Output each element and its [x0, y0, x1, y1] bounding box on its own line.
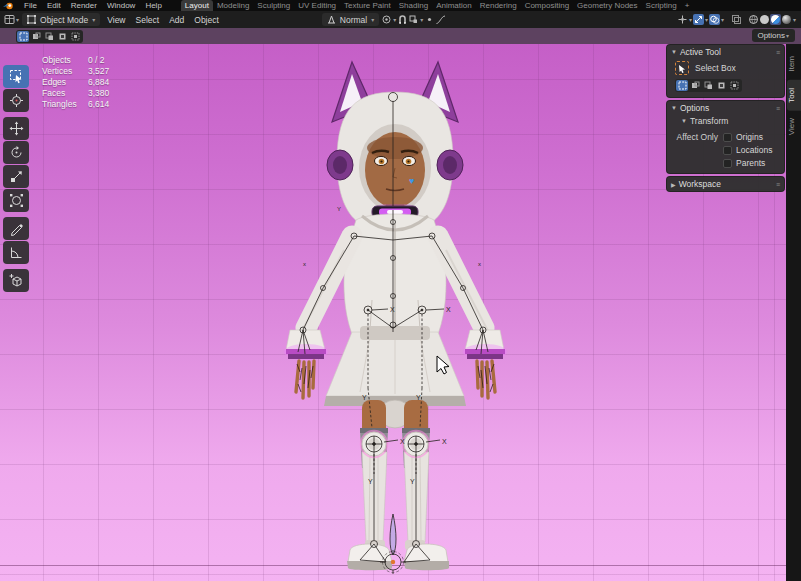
mode-selector[interactable]: Object Mode ▾ [22, 13, 100, 26]
affect-only-label: Affect Only [673, 132, 723, 171]
shading-rendered-icon[interactable] [781, 14, 792, 25]
viewport-header: ▾ Object Mode ▾ View Select Add Object N… [0, 11, 801, 28]
workspace-tab-animation[interactable]: Animation [432, 0, 476, 11]
active-tool-name: Select Box [695, 63, 736, 73]
panel-grip-icon[interactable]: ≡ [776, 181, 780, 188]
sidebar-tab-view[interactable]: View [787, 110, 801, 143]
workspace-tab-modeling[interactable]: Modeling [213, 0, 253, 11]
show-gizmo-icon[interactable] [693, 14, 704, 25]
topbar: File Edit Render Window Help Layout Mode… [0, 0, 801, 11]
transform-subpanel-header[interactable]: ▼ Transform [667, 115, 784, 128]
active-tool-panel-header[interactable]: ▼ Active Tool ≡ [667, 45, 784, 59]
menu-help[interactable]: Help [140, 1, 166, 10]
workspace-tab-uv-editing[interactable]: UV Editing [294, 0, 340, 11]
panel-grip-icon[interactable]: ≡ [776, 49, 780, 56]
collapse-chevron-icon: ▼ [671, 49, 677, 55]
orientation-chevron-icon: ▾ [371, 16, 374, 23]
menu-edit[interactable]: Edit [42, 1, 66, 10]
grid-horizon-line [0, 565, 786, 566]
mode-intersect-icon[interactable] [69, 31, 81, 42]
menu-select[interactable]: Select [131, 15, 165, 25]
workspace-tab-sculpting[interactable]: Sculpting [253, 0, 294, 11]
viewport-options-button[interactable]: Options ▾ [752, 29, 795, 42]
menu-add[interactable]: Add [164, 15, 189, 25]
blender-logo-icon[interactable] [3, 1, 16, 10]
tool-transform-button[interactable] [3, 189, 29, 212]
snap-target-icon[interactable] [408, 14, 419, 25]
stat-edges: Edges6,884 [42, 77, 109, 88]
menu-view[interactable]: View [102, 15, 130, 25]
mode-invert-icon[interactable] [56, 31, 68, 42]
menu-object[interactable]: Object [189, 15, 224, 25]
show-gizmo-chevron-icon[interactable]: ▾ [705, 16, 708, 23]
options-panel-header[interactable]: ▼ Options ≡ [667, 101, 784, 115]
editor-type-icon[interactable] [4, 14, 15, 25]
mode-subtract-icon[interactable] [43, 31, 55, 42]
active-tool-panel: ▼ Active Tool ≡ Select Box [666, 44, 785, 98]
workspace-tab-scripting[interactable]: Scripting [642, 0, 681, 11]
menu-window[interactable]: Window [102, 1, 140, 10]
show-overlays-chevron-icon[interactable]: ▾ [721, 16, 724, 23]
workspace-tab-layout[interactable]: Layout [181, 0, 213, 11]
workspace-panel-header[interactable]: ▶ Workspace ≡ [667, 177, 784, 191]
pivot-point-icon[interactable] [381, 14, 392, 25]
tool-move-button[interactable] [3, 117, 29, 140]
show-overlays-icon[interactable] [709, 14, 720, 25]
transform-subpanel-title: Transform [690, 116, 728, 126]
editor-type-chevron-icon[interactable]: ▾ [16, 16, 19, 23]
origins-checkbox[interactable] [723, 133, 732, 142]
mode-new-icon[interactable] [17, 31, 29, 42]
workspace-tab-compositing[interactable]: Compositing [521, 0, 573, 11]
pivot-chevron-icon[interactable]: ▾ [393, 16, 396, 23]
tool-scale-button[interactable] [3, 165, 29, 188]
locations-checkbox-row: Locations [723, 145, 772, 155]
mode-extend-icon[interactable] [30, 31, 42, 42]
proportional-editing-icon[interactable] [424, 14, 435, 25]
object-mode-icon [26, 14, 37, 25]
tool-annotate-button[interactable] [3, 217, 29, 240]
shading-wireframe-icon[interactable] [748, 14, 759, 25]
mode-subtract-icon[interactable] [702, 80, 714, 91]
orientation-label: Normal [340, 15, 367, 25]
mode-invert-icon[interactable] [715, 80, 727, 91]
proportional-falloff-icon[interactable] [435, 14, 446, 25]
add-workspace-button[interactable]: + [681, 1, 694, 10]
tool-measure-button[interactable] [3, 241, 29, 264]
mode-chevron-icon: ▾ [92, 16, 95, 23]
locations-checkbox[interactable] [723, 146, 732, 155]
stat-faces: Faces3,380 [42, 88, 109, 99]
mode-extend-icon[interactable] [689, 80, 701, 91]
workspace-tab-texture-paint[interactable]: Texture Paint [340, 0, 395, 11]
tool-cursor-button[interactable] [3, 89, 29, 112]
mode-new-icon[interactable] [676, 80, 688, 91]
toolbar [3, 65, 29, 293]
snap-magnet-icon[interactable] [397, 14, 408, 25]
tool-rotate-button[interactable] [3, 141, 29, 164]
xray-toggle-icon[interactable] [731, 14, 742, 25]
menu-render[interactable]: Render [66, 1, 102, 10]
stat-objects: Objects0 / 2 [42, 55, 109, 66]
workspace-tab-geometry-nodes[interactable]: Geometry Nodes [573, 0, 641, 11]
parents-checkbox[interactable] [723, 159, 732, 168]
active-tool-row[interactable]: Select Box [667, 59, 784, 78]
tool-select-box-button[interactable] [3, 65, 29, 88]
menu-file[interactable]: File [19, 1, 42, 10]
panel-grip-icon[interactable]: ≡ [776, 105, 780, 112]
workspace-tabs: Layout Modeling Sculpting UV Editing Tex… [181, 0, 694, 11]
stat-vertices: Vertices3,527 [42, 66, 109, 77]
gizmo-dropdown-chevron-icon[interactable]: ▾ [689, 16, 692, 23]
shading-solid-icon[interactable] [759, 14, 770, 25]
workspace-tab-shading[interactable]: Shading [395, 0, 432, 11]
shading-material-preview-icon[interactable] [770, 14, 781, 25]
transform-orientation-dropdown[interactable]: Normal ▾ [322, 13, 379, 26]
options-panel-title: Options [680, 103, 709, 113]
tool-add-cube-button[interactable] [3, 269, 29, 292]
mode-intersect-icon[interactable] [728, 80, 740, 91]
sidebar-tab-item[interactable]: Item [787, 48, 801, 80]
sidebar-tab-tool[interactable]: Tool [787, 80, 801, 111]
shading-chevron-icon[interactable]: ▾ [793, 16, 796, 23]
gizmo-dropdown-icon[interactable] [677, 14, 688, 25]
snap-chevron-icon[interactable]: ▾ [420, 16, 423, 23]
workspace-tab-rendering[interactable]: Rendering [476, 0, 521, 11]
viewport-options-label: Options [757, 31, 785, 40]
